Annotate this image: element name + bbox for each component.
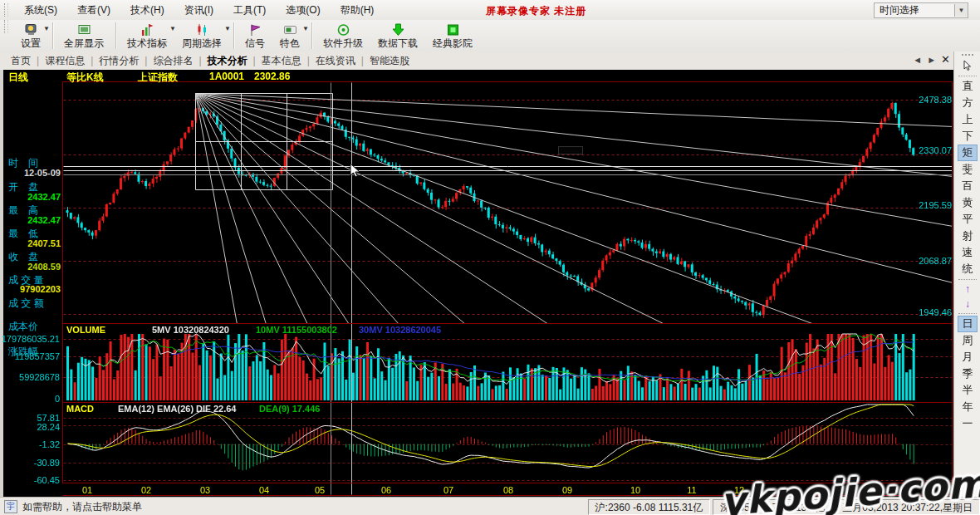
period-月[interactable]: 月 — [957, 349, 978, 365]
menu-item-3[interactable]: 资讯(I) — [174, 1, 223, 20]
menu-items: 系统(S)查看(V)技术(H)资讯(I)工具(T)选项(O)帮助(H) — [14, 1, 384, 20]
draw-tool-下[interactable]: 下 — [957, 128, 978, 145]
chevron-down-icon[interactable]: ▼ — [302, 25, 309, 32]
toolbar-label-settings: 设置 — [21, 37, 41, 49]
toolbar-separator — [115, 22, 117, 49]
scroll-down-icon[interactable]: ↓ — [957, 297, 978, 311]
toolbar-separator — [52, 22, 54, 49]
toolbar-button-signal[interactable]: 信号 — [238, 20, 273, 52]
toolbar-separator — [958, 76, 977, 76]
tab-scroll-left-icon[interactable]: ◄ — [913, 55, 922, 65]
draw-tool-黄[interactable]: 黄 — [957, 194, 978, 211]
draw-tool-平[interactable]: 平 — [957, 211, 978, 228]
toolbar-label-indicators: 技术指标 — [127, 37, 167, 49]
toolbar-grip[interactable] — [4, 3, 8, 17]
toolbar-separator — [311, 22, 313, 49]
close-icon[interactable]: ✕ — [941, 53, 950, 66]
menu-item-1[interactable]: 查看(V) — [67, 1, 120, 20]
menu-item-4[interactable]: 工具(T) — [223, 1, 276, 20]
tabs-list: 首页|课程信息|行情分析|综合排名|技术分析|基本信息|在线资讯|智能选股 — [0, 52, 415, 70]
tab-智能选股[interactable]: 智能选股 — [364, 52, 415, 70]
info-label-6: 成 交 额 — [8, 297, 60, 311]
chevron-down-icon[interactable]: ▼ — [224, 25, 231, 32]
menu-item-5[interactable]: 选项(O) — [276, 1, 330, 20]
tab-综合排名[interactable]: 综合排名 — [147, 52, 198, 70]
menu-item-2[interactable]: 技术(H) — [120, 1, 174, 20]
tab-课程信息[interactable]: 课程信息 — [39, 52, 91, 70]
period-半[interactable]: 半 — [957, 382, 978, 399]
time-select-dropdown[interactable]: 时间选择 ▼ — [874, 2, 968, 18]
toolbar-button-settings[interactable]: 设置▼ — [14, 20, 49, 52]
download-icon — [391, 23, 405, 37]
toolbar-button-upgrade[interactable]: 软件升级 — [316, 20, 371, 52]
info-value-3: 2407.51 — [27, 238, 61, 248]
tab-首页[interactable]: 首页 — [5, 52, 37, 70]
scroll-up-icon[interactable]: ↑ — [957, 282, 978, 297]
period-icon — [195, 23, 209, 37]
menu-item-6[interactable]: 帮助(H) — [331, 1, 385, 20]
toolbar-grip[interactable] — [4, 20, 8, 33]
tab-bar: 首页|课程信息|行情分析|综合排名|技术分析|基本信息|在线资讯|智能选股 ◄ … — [0, 52, 953, 71]
period-一[interactable]: 一 — [957, 415, 978, 432]
info-label-7: 成本价 — [8, 320, 60, 334]
info-value-0: 12-05-09 — [24, 168, 61, 178]
info-value-5: 97902203 — [20, 284, 61, 294]
draw-tool-方[interactable]: 方 — [957, 95, 978, 111]
indicators-icon — [140, 23, 154, 37]
tab-行情分析[interactable]: 行情分析 — [93, 52, 145, 70]
tab-技术分析[interactable]: 技术分析 — [202, 52, 253, 70]
info-value-2: 2432.47 — [27, 215, 61, 225]
kline-chart-canvas[interactable] — [62, 70, 953, 497]
toolbar-separator — [233, 22, 235, 49]
toolbar-label-signal: 信号 — [245, 37, 265, 49]
tab-nav: ◄ ► ✕ — [913, 53, 950, 66]
drawing-toolbar: 直方上下矩斐百黄平射速统↑↓日周月季半年一 — [953, 52, 980, 497]
cinema-icon — [446, 23, 460, 37]
status-sh-index: 沪:2360 -6.08 1115.31亿 — [588, 499, 711, 515]
draw-tool-上[interactable]: 上 — [957, 111, 978, 128]
chevron-down-icon[interactable]: ▼ — [954, 4, 968, 17]
pointer-tool-icon[interactable] — [957, 57, 978, 74]
toolbar-button-download[interactable]: 数据下载 — [371, 20, 426, 52]
draw-tool-斐[interactable]: 斐 — [957, 161, 978, 178]
menu-bar: 系统(S)查看(V)技术(H)资讯(I)工具(T)选项(O)帮助(H) 屏幕录像… — [0, 0, 980, 21]
toolbar-label-feature: 特色 — [280, 37, 300, 49]
draw-tool-射[interactable]: 射 — [957, 228, 978, 244]
settings-icon — [24, 23, 38, 37]
status-help-text: 如需帮助，请点击帮助菜单 — [22, 500, 586, 514]
toolbar-button-period[interactable]: 周期选择▼ — [175, 20, 230, 52]
tab-在线资讯[interactable]: 在线资讯 — [310, 52, 361, 70]
ime-icon[interactable]: 宇 — [4, 500, 17, 513]
toolbar-button-fullscreen[interactable]: 全屏显示 — [57, 20, 112, 52]
recorder-notice: 屏幕录像专家 未注册 — [486, 4, 586, 18]
main-toolbar: 设置▼全屏显示技术指标▼周期选择▼信号特色▼软件升级数据下载经典影院 — [0, 20, 980, 52]
draw-tool-矩[interactable]: 矩 — [958, 145, 978, 161]
toolbar-separator — [958, 279, 977, 280]
tab-基本信息[interactable]: 基本信息 — [256, 52, 307, 70]
feature-icon — [283, 23, 297, 37]
toolbar-label-fullscreen: 全屏显示 — [64, 37, 104, 49]
period-日[interactable]: 日 — [958, 316, 978, 332]
draw-tool-百[interactable]: 百 — [957, 178, 978, 194]
info-value-1: 2432.47 — [27, 192, 61, 202]
upgrade-icon — [336, 23, 350, 37]
info-value-4: 2408.59 — [27, 262, 61, 272]
period-周[interactable]: 周 — [957, 332, 978, 349]
signal-icon — [248, 23, 262, 37]
time-select-label: 时间选择 — [875, 3, 954, 17]
toolbar-label-period: 周期选择 — [182, 37, 222, 49]
period-年[interactable]: 年 — [957, 399, 978, 415]
toolbar-button-feature[interactable]: 特色▼ — [273, 20, 308, 52]
fullscreen-icon — [77, 23, 91, 37]
toolbar-button-indicators[interactable]: 技术指标▼ — [120, 20, 175, 52]
toolbar-button-cinema[interactable]: 经典影院 — [426, 20, 481, 52]
menu-item-0[interactable]: 系统(S) — [14, 1, 67, 20]
period-季[interactable]: 季 — [957, 365, 978, 382]
mouse-cursor-icon — [350, 163, 361, 178]
draw-tool-速[interactable]: 速 — [957, 244, 978, 261]
toolbar-label-upgrade: 软件升级 — [323, 37, 363, 49]
tab-scroll-right-icon[interactable]: ► — [927, 55, 936, 65]
draw-tool-统[interactable]: 统 — [957, 261, 978, 277]
draw-tool-直[interactable]: 直 — [957, 78, 978, 95]
chevron-down-icon[interactable]: ▼ — [43, 25, 50, 32]
